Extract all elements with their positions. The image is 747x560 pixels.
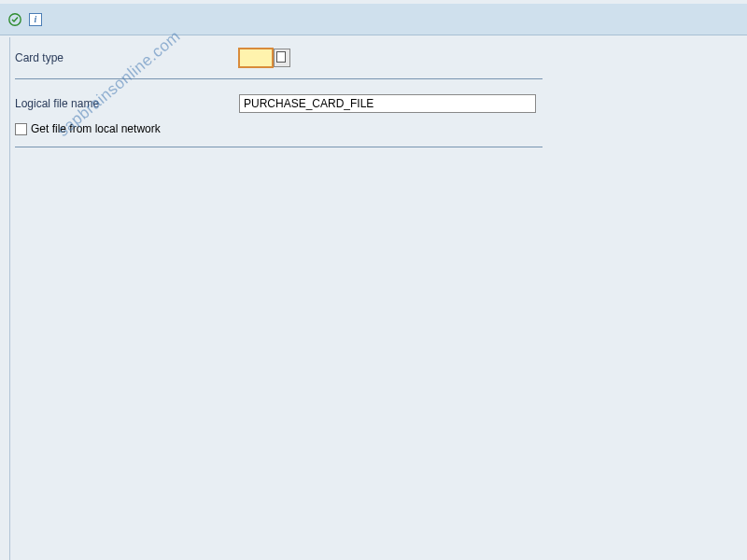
- card-type-row: Card type: [15, 47, 732, 69]
- section-divider-2: [15, 147, 543, 147]
- value-help-icon: [278, 53, 286, 63]
- card-type-value-help-button[interactable]: [274, 49, 290, 67]
- card-type-label: Card type: [15, 51, 239, 64]
- section-divider: [15, 78, 543, 79]
- logical-file-name-row: Logical file name: [15, 92, 732, 115]
- content-left-border: [9, 37, 10, 560]
- get-file-local-row: Get file from local network: [15, 122, 732, 135]
- application-toolbar: i: [0, 4, 747, 35]
- logical-file-name-input[interactable]: [239, 94, 536, 113]
- card-type-input[interactable]: [239, 49, 273, 67]
- execute-icon[interactable]: [7, 12, 22, 27]
- get-file-local-label: Get file from local network: [31, 122, 161, 135]
- get-file-local-checkbox[interactable]: [15, 123, 27, 135]
- info-icon[interactable]: i: [28, 12, 43, 27]
- selection-screen: Card type Logical file name Get file fro…: [0, 35, 747, 172]
- logical-file-name-label: Logical file name: [15, 97, 239, 110]
